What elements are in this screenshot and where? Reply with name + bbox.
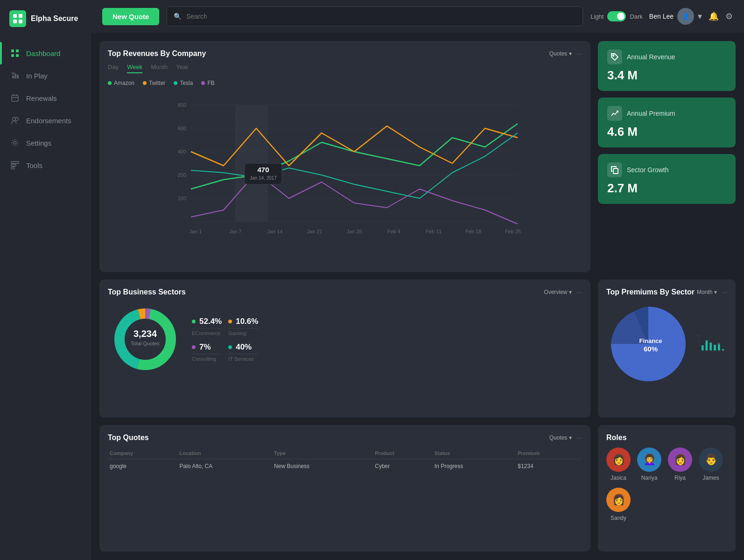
sectors-actions: Overview ▾ ··· <box>544 288 582 296</box>
table-row[interactable]: google Palo Alto, CA New Business Cyber … <box>108 459 582 474</box>
svg-rect-60 <box>706 341 708 350</box>
sectors-more-icon[interactable]: ··· <box>576 288 582 296</box>
sector-growth-value: 2.7 M <box>607 181 726 196</box>
stat-annual-revenue-header: Annual Revenue <box>607 49 726 64</box>
role-name-riya: Riya <box>668 475 692 481</box>
sector-ecommerce: 52.4% ECommerce <box>192 317 222 336</box>
stat-card-annual-revenue: Annual Revenue 3.4 M <box>598 41 736 91</box>
quotes-more-icon[interactable]: ··· <box>576 434 582 441</box>
col-type: Type <box>272 448 373 459</box>
content-grid: Top Revenues By Company Quotes ▾ ··· Day… <box>91 33 744 560</box>
sector-gaming: 10.6% Gaming <box>228 317 258 336</box>
revenues-more-icon[interactable]: ··· <box>576 50 582 57</box>
legend-twitter: Twitter <box>143 80 165 86</box>
sidebar-item-endorsements[interactable]: Endorsements <box>0 109 91 132</box>
sectors-card-header: Top Business Sectors Overview ▾ ··· <box>108 288 582 296</box>
stat-card-sector-growth: Sector Growth 2.7 M <box>598 154 736 204</box>
role-name-jasica: Jasica <box>606 475 631 481</box>
sidebar-label-settings: Settings <box>26 139 51 147</box>
revenues-dropdown[interactable]: Quotes ▾ <box>549 50 572 57</box>
legend-tesla: Tesla <box>174 80 193 86</box>
tab-week[interactable]: Week <box>127 63 142 73</box>
svg-text:Jan: Jan <box>702 351 703 352</box>
theme-toggle: Light Dark <box>590 11 643 21</box>
sidebar-item-settings[interactable]: Settings <box>0 132 91 154</box>
quotes-dropdown[interactable]: Quotes ▾ <box>549 434 572 441</box>
role-avatar-jasica: 👩 <box>606 448 631 472</box>
tab-month[interactable]: Month <box>151 63 168 73</box>
role-name-sandy: Sandy <box>606 515 631 521</box>
search-icon: 🔍 <box>174 13 182 20</box>
bar-chart: $1500 $1000 $500 $0 <box>697 302 727 387</box>
svg-text:Finance: Finance <box>639 337 662 344</box>
tab-year[interactable]: Year <box>176 63 188 73</box>
consulting-dot <box>192 345 196 349</box>
notification-icon[interactable]: 🔔 <box>709 11 719 21</box>
role-james[interactable]: 👨 James <box>699 448 723 481</box>
svg-text:Feb 11: Feb 11 <box>426 229 442 234</box>
premiums-title: Top Premiums By Sector <box>606 288 695 296</box>
svg-rect-8 <box>12 95 18 101</box>
svg-text:June: June <box>722 351 725 352</box>
search-input[interactable] <box>186 13 576 20</box>
premiums-actions: Month ▾ ··· <box>697 288 727 296</box>
sidebar-item-tools[interactable]: Tools <box>0 154 91 176</box>
sidebar-item-inplay[interactable]: In Play <box>0 64 91 87</box>
svg-text:Total Quotes: Total Quotes <box>131 341 160 346</box>
annual-revenue-value: 3.4 M <box>607 68 726 83</box>
role-jasica[interactable]: 👩 Jasica <box>606 448 631 481</box>
premiums-more-icon[interactable]: ··· <box>722 288 727 296</box>
role-riya[interactable]: 👩 Riya <box>668 448 692 481</box>
revenues-title: Top Revenues By Company <box>108 49 206 58</box>
svg-text:$1000: $1000 <box>697 340 701 341</box>
svg-text:Jan 21: Jan 21 <box>307 229 322 234</box>
chart-icon <box>607 106 622 121</box>
premiums-inner: Finance 60% $1500 $1000 $500 $0 <box>606 302 727 387</box>
role-sandy[interactable]: 👩 Sandy <box>606 488 631 521</box>
svg-text:100: 100 <box>178 196 186 201</box>
row-company: google <box>108 459 178 474</box>
role-avatar-james: 👨 <box>699 448 723 472</box>
svg-text:Mar: Mar <box>710 351 712 352</box>
sidebar-item-dashboard[interactable]: Dashboard <box>0 42 91 64</box>
theme-light-label: Light <box>590 13 604 20</box>
new-quote-button[interactable]: New Quote <box>102 8 159 25</box>
stat-card-annual-premium: Annual Premium 4.6 M <box>598 98 736 147</box>
role-avatar-sandy: 👩 <box>606 488 631 512</box>
col-premium: Premium <box>516 448 582 459</box>
svg-text:400: 400 <box>178 149 186 154</box>
premiums-dropdown[interactable]: Month ▾ <box>697 289 717 295</box>
svg-rect-5 <box>16 49 19 52</box>
svg-text:$500: $500 <box>698 345 701 346</box>
row-location: Palo Alto, CA <box>178 459 273 474</box>
sidebar-item-renewals[interactable]: Renewals <box>0 87 91 109</box>
theme-toggle-switch[interactable] <box>607 11 626 21</box>
gear-icon[interactable]: ⚙ <box>725 11 733 21</box>
legend-fb: FB <box>201 80 214 86</box>
svg-rect-7 <box>16 54 19 57</box>
svg-rect-3 <box>19 20 22 23</box>
row-premium: $1234 <box>516 459 582 474</box>
revenues-card-header: Top Revenues By Company Quotes ▾ ··· <box>108 49 582 58</box>
chevron-down-icon[interactable]: ▾ <box>698 11 702 21</box>
svg-text:Jan 7: Jan 7 <box>229 229 242 234</box>
svg-text:$0: $0 <box>699 350 700 351</box>
endorsements-icon <box>10 116 20 125</box>
sector-consulting: 7% Consulting <box>192 343 222 362</box>
sector-growth-label: Sector Growth <box>627 166 668 174</box>
svg-rect-12 <box>11 161 19 163</box>
legend-amazon: Amazon <box>108 80 134 86</box>
tools-icon <box>10 161 20 170</box>
role-nariya[interactable]: 👩‍🦱 Nariya <box>637 448 661 481</box>
donut-chart: 3,234 Total Quotes <box>108 302 182 377</box>
sectors-dropdown[interactable]: Overview ▾ <box>544 289 572 295</box>
chart-tabs: Day Week Month Year <box>108 63 582 73</box>
tab-day[interactable]: Day <box>108 63 119 73</box>
roles-list: 👩 Jasica 👩‍🦱 Nariya 👩 Riya 👨 James 👩 <box>606 448 727 521</box>
copy-icon <box>607 162 622 177</box>
main-area: New Quote 🔍 Light Dark Ben Lee 👤 ▾ 🔔 ⚙ <box>91 0 744 560</box>
sector-itservices: 40% IT Services <box>228 343 258 362</box>
svg-text:Apr: Apr <box>714 351 716 352</box>
header-right: Light Dark Ben Lee 👤 ▾ 🔔 ⚙ <box>590 8 733 25</box>
fb-dot <box>201 81 205 85</box>
